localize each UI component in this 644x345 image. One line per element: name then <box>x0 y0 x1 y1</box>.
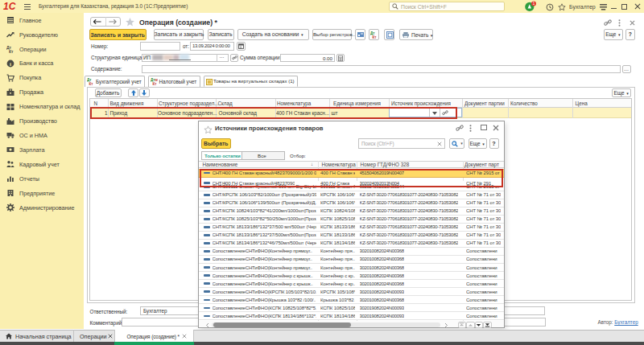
svg-text:i: i <box>10 60 11 67</box>
svg-text:Кт: Кт <box>9 48 14 53</box>
svg-text:Кт: Кт <box>373 35 378 38</box>
svg-text:Кт: Кт <box>152 82 157 85</box>
svg-text:М: М <box>155 78 158 82</box>
svg-text:Кт: Кт <box>89 82 94 85</box>
